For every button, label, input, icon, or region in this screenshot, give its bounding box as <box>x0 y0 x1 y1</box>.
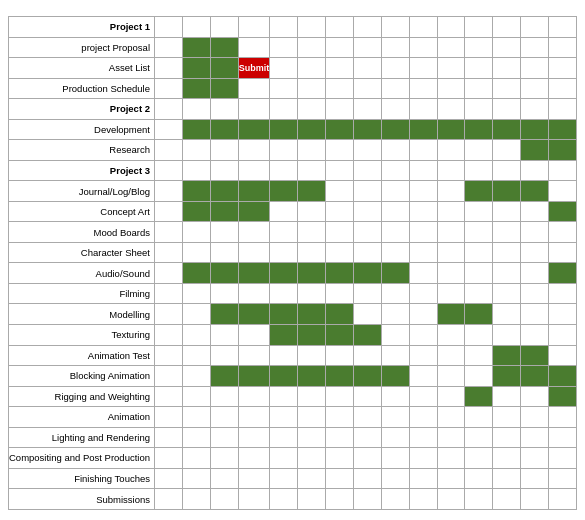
schedule-cell <box>325 58 353 79</box>
schedule-cell <box>493 304 521 325</box>
schedule-cell <box>155 17 183 38</box>
schedule-cell <box>298 78 326 99</box>
schedule-cell <box>155 448 183 469</box>
schedule-cell <box>437 283 465 304</box>
schedule-cell <box>493 468 521 489</box>
schedule-cell <box>270 468 298 489</box>
schedule-cell <box>521 160 549 181</box>
schedule-cell <box>493 407 521 428</box>
schedule-cell <box>325 427 353 448</box>
schedule-cell <box>549 345 577 366</box>
schedule-cell <box>381 140 409 161</box>
schedule-cell <box>298 17 326 38</box>
schedule-cell <box>437 489 465 510</box>
schedule-cell <box>182 263 210 284</box>
schedule-cell <box>210 242 238 263</box>
schedule-cell <box>381 283 409 304</box>
schedule-cell <box>298 37 326 58</box>
schedule-cell <box>325 140 353 161</box>
row-label: Compositing and Post Production <box>9 448 155 469</box>
schedule-cell <box>298 160 326 181</box>
schedule-cell <box>182 468 210 489</box>
schedule-cell <box>182 489 210 510</box>
schedule-cell <box>270 407 298 428</box>
schedule-cell <box>437 263 465 284</box>
schedule-cell <box>465 448 493 469</box>
schedule-cell <box>409 58 437 79</box>
schedule-cell <box>465 181 493 202</box>
schedule-cell <box>270 386 298 407</box>
schedule-cell <box>325 324 353 345</box>
schedule-cell <box>549 160 577 181</box>
schedule-cell <box>493 386 521 407</box>
schedule-cell <box>549 489 577 510</box>
schedule-cell <box>210 366 238 387</box>
schedule-cell <box>238 489 270 510</box>
schedule-cell <box>270 99 298 120</box>
schedule-cell <box>353 37 381 58</box>
schedule-cell <box>381 427 409 448</box>
schedule-cell <box>182 119 210 140</box>
schedule-cell <box>381 201 409 222</box>
schedule-cell <box>210 222 238 243</box>
row-label: Animation <box>9 407 155 428</box>
schedule-cell <box>521 201 549 222</box>
row-label: Character Sheet <box>9 242 155 263</box>
schedule-cell <box>325 119 353 140</box>
schedule-cell <box>325 489 353 510</box>
schedule-cell <box>409 37 437 58</box>
schedule-cell <box>353 242 381 263</box>
schedule-cell <box>465 304 493 325</box>
schedule-cell <box>381 448 409 469</box>
schedule-cell <box>493 140 521 161</box>
schedule-cell <box>353 181 381 202</box>
schedule-cell <box>381 263 409 284</box>
schedule-table: Project 1project ProposalAsset ListSubmi… <box>8 16 577 510</box>
schedule-cell <box>270 201 298 222</box>
schedule-cell <box>155 37 183 58</box>
schedule-cell <box>238 140 270 161</box>
schedule-cell <box>270 181 298 202</box>
schedule-cell <box>549 58 577 79</box>
schedule-cell <box>298 181 326 202</box>
schedule-cell <box>465 345 493 366</box>
schedule-cell <box>155 222 183 243</box>
row-label: Concept Art <box>9 201 155 222</box>
schedule-cell <box>381 366 409 387</box>
schedule-cell <box>155 119 183 140</box>
schedule-cell <box>437 37 465 58</box>
schedule-cell <box>521 140 549 161</box>
schedule-cell <box>238 222 270 243</box>
schedule-cell <box>437 181 465 202</box>
schedule-cell <box>182 345 210 366</box>
schedule-cell <box>270 448 298 469</box>
schedule-cell <box>353 448 381 469</box>
schedule-cell <box>182 201 210 222</box>
schedule-cell <box>521 448 549 469</box>
schedule-cell <box>270 140 298 161</box>
schedule-cell <box>298 386 326 407</box>
schedule-cell <box>238 99 270 120</box>
schedule-cell <box>270 345 298 366</box>
schedule-cell <box>549 140 577 161</box>
schedule-cell <box>353 201 381 222</box>
schedule-cell <box>182 427 210 448</box>
schedule-cell <box>270 304 298 325</box>
table-row: Audio/Sound <box>9 263 577 284</box>
schedule-cell <box>465 242 493 263</box>
schedule-cell <box>549 448 577 469</box>
schedule-cell <box>549 324 577 345</box>
schedule-cell <box>155 386 183 407</box>
schedule-cell <box>353 99 381 120</box>
schedule-cell <box>210 78 238 99</box>
schedule-cell <box>381 37 409 58</box>
schedule-cell <box>549 263 577 284</box>
schedule-cell <box>381 242 409 263</box>
schedule-cell <box>210 407 238 428</box>
schedule-cell <box>210 17 238 38</box>
schedule-cell <box>493 37 521 58</box>
schedule-cell <box>182 366 210 387</box>
schedule-cell <box>465 160 493 181</box>
schedule-cell <box>210 160 238 181</box>
schedule-cell <box>155 304 183 325</box>
